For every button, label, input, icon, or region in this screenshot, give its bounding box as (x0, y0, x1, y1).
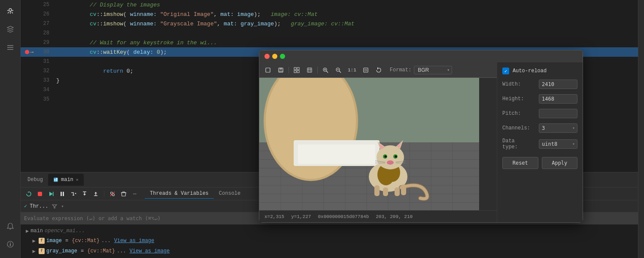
var-expand-image[interactable]: ▶ (31, 238, 37, 244)
debug-arrow-30: → (30, 49, 33, 55)
data-type-label: Data type: (502, 138, 530, 150)
data-type-select[interactable]: uint8 uint16 float32 float64 (539, 139, 577, 149)
svg-rect-52 (298, 144, 375, 164)
debug-btn-stop[interactable] (35, 189, 45, 199)
line-content-33: } (56, 77, 60, 84)
height-label: Height: (502, 96, 530, 102)
debug-btn-disconnect[interactable] (108, 189, 117, 199)
variable-row-image: ▶ f image = {cv::Mat} ... View as image (24, 236, 635, 246)
debug-secondary-tabs: Threads & Variables Console (145, 189, 246, 199)
frame-label: main (30, 228, 43, 234)
var-link-gray[interactable]: View as image (130, 248, 170, 254)
line-number-31: 31 (34, 58, 49, 64)
pitch-input[interactable] (539, 109, 577, 118)
viewer-btn-zoom-out[interactable] (333, 65, 343, 75)
thread-name: Thr... (30, 203, 48, 209)
viewer-image-container[interactable] (259, 78, 479, 210)
channels-select-wrapper: 1 2 3 4 (539, 123, 577, 133)
status-address: 0x000000015d07784b (318, 214, 369, 219)
debug-btn-more[interactable]: ⋯ (130, 189, 140, 199)
debug-btn-clear[interactable] (119, 189, 128, 199)
width-label: Width: (502, 81, 530, 87)
reset-button[interactable]: Reset (502, 157, 538, 169)
width-input[interactable] (539, 80, 577, 89)
svg-rect-2 (7, 47, 13, 48)
filter-button[interactable] (51, 203, 58, 210)
svg-rect-24 (297, 68, 299, 70)
line-number-26: 26 (34, 11, 49, 17)
viewer-titlebar (259, 50, 583, 62)
status-y: y=1,227 (291, 214, 311, 219)
apply-button[interactable]: Apply (542, 157, 578, 169)
viewer-format-label: Format: (390, 67, 411, 73)
frame-expand[interactable]: ▶ (26, 228, 29, 234)
svg-rect-19 (266, 68, 270, 72)
line-number-32: 32 (34, 68, 49, 74)
svg-rect-26 (297, 71, 299, 73)
viewer-btn-expand[interactable] (361, 65, 371, 75)
line-number-34: 34 (34, 87, 49, 93)
pitch-label: Pitch: (502, 111, 530, 117)
viewer-btn-grid[interactable] (292, 65, 302, 75)
debug-btn-continue[interactable] (46, 189, 56, 199)
sidebar-icon-debug[interactable] (3, 3, 18, 19)
var-expand-gray[interactable]: ▶ (31, 248, 37, 255)
thread-dropdown-arrow[interactable]: ▾ (61, 204, 64, 209)
line-number-35: 35 (34, 96, 49, 102)
viewer-format-select[interactable]: BGR RGB RGBA BGRA Grayscale (414, 66, 452, 74)
var-link-image[interactable]: View as image (114, 238, 155, 244)
breakpoint-dot-30[interactable] (25, 50, 29, 54)
var-equals-gray: = (81, 248, 84, 254)
status-values: 203, 209, 210 (376, 214, 413, 219)
viewer-btn-fit-window[interactable] (263, 65, 273, 75)
auto-reload-label: Auto-reload (513, 68, 547, 74)
svg-rect-6 (10, 243, 11, 243)
viewer-btn-refresh[interactable] (374, 65, 384, 75)
viewer-btn-channels[interactable] (304, 65, 315, 75)
var-name-gray: gray_image (46, 248, 77, 254)
svg-point-0 (9, 9, 12, 11)
debug-btn-step-out[interactable] (91, 189, 100, 199)
svg-point-64 (395, 156, 397, 158)
line-number-27: 27 (34, 21, 49, 27)
debug-tab-name: main (61, 177, 73, 183)
sidebar-icon-layers[interactable] (3, 22, 18, 37)
sidebar-icon-menu[interactable] (3, 40, 18, 55)
debug-tab-threads[interactable]: Threads & Variables (145, 189, 214, 199)
svg-rect-72 (395, 187, 400, 196)
debug-tab-close[interactable]: ✕ (76, 177, 79, 182)
sidebar-icon-info[interactable] (3, 236, 18, 252)
svg-rect-25 (294, 71, 296, 73)
debug-btn-pause[interactable] (58, 189, 67, 199)
sidebar-icon-bell[interactable] (3, 218, 18, 234)
debug-btn-step-into[interactable] (80, 189, 89, 199)
debug-tab-debug-label: Debug (24, 175, 46, 184)
viewer-btn-zoom-in[interactable] (320, 65, 331, 75)
traffic-light-red[interactable] (264, 54, 270, 59)
line-content-32: return 0; (56, 61, 133, 81)
svg-marker-15 (83, 194, 86, 196)
viewer-separator-2 (317, 67, 318, 74)
line-number-29: 29 (34, 40, 49, 46)
viewer-btn-1-1[interactable]: 1:1 (346, 65, 358, 75)
debug-btn-restart[interactable] (24, 189, 33, 199)
traffic-light-green[interactable] (280, 54, 285, 59)
editor-area: 25 // Display the images 26 cv::imshow( … (21, 0, 638, 258)
var-icon-image: f (39, 238, 45, 244)
right-scrollbar[interactable] (638, 0, 644, 258)
height-input[interactable] (539, 94, 577, 104)
svg-rect-70 (374, 185, 380, 196)
svg-rect-71 (383, 187, 388, 196)
auto-reload-checkbox[interactable]: ✓ (502, 68, 509, 74)
var-icon-gray: f (39, 248, 45, 254)
data-type-field-row: Data type: uint8 uint16 float32 float64 (502, 138, 577, 150)
height-field-row: Height: (502, 94, 577, 104)
viewer-image-area: 1:1 (259, 62, 497, 222)
traffic-light-yellow[interactable] (272, 54, 277, 59)
variable-row-gray: ▶ f gray_image = {cv::Mat} ... View as i… (24, 246, 635, 256)
debug-tab-main[interactable]: main ✕ (48, 174, 84, 186)
debug-tab-console[interactable]: Console (214, 189, 246, 199)
debug-btn-step-over[interactable] (69, 189, 78, 199)
viewer-btn-save[interactable] (276, 65, 286, 75)
channels-select[interactable]: 1 2 3 4 (539, 123, 577, 133)
